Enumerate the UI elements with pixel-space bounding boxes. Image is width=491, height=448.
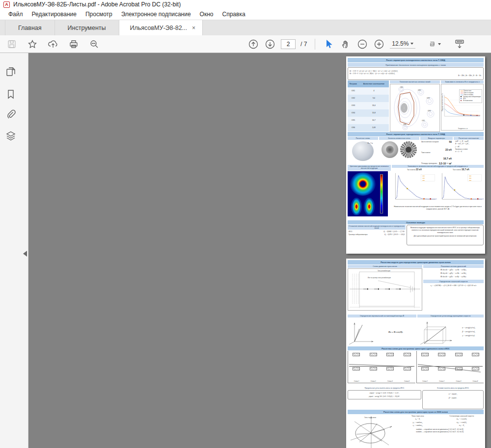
p1-subtitle: Приближение бесконечно тонкого кольцевог… [348, 63, 484, 67]
print-icon[interactable] [68, 38, 80, 50]
menu-edit[interactable]: Редактирование [27, 9, 81, 19]
menu-esign[interactable]: Электронное подписание [117, 9, 195, 19]
bz-charts-panel: Зависимость величины магнитной индукции … [392, 165, 484, 220]
random1-note: random₁ – случайное число из диапазона [… [396, 428, 484, 430]
table-row: ОХ510,7 [348, 117, 389, 124]
p1-toroidal-title: Расчет параметров тороидального магнитно… [348, 132, 484, 136]
next-page-icon[interactable] [264, 38, 276, 50]
p1-conclusions-title: Основные выводы [348, 220, 484, 225]
contour-plot [390, 84, 439, 132]
exit-condition-title: Условие вылета иона за пределы ИОС [422, 387, 484, 390]
select-tool-icon[interactable] [323, 38, 335, 50]
equations-panel: Решаемая система уравнений Mᵢ·dvx/dt = q… [423, 265, 484, 314]
p2-single-ion-title: Расчетная схема для построения траектори… [348, 346, 484, 351]
calc-scheme-panel: Расчетная схема R = 7 м [348, 137, 378, 164]
field-topology-panel: Топология магнитных силовых линий [390, 80, 440, 131]
chart-legend: Полное поле Поле от катушек Поле от плаз… [459, 89, 482, 103]
ion-beam-diagram: Зона рекомбинации Ион на границе зоны ре… [348, 268, 422, 311]
limit-angles-box: αпред = arctg( 3 / (5·4+3·10,4) ) = 3,15… [348, 390, 421, 399]
previous-page-icon[interactable] [247, 38, 259, 50]
exit-condition-box: α < αпред ,β < γпред . [422, 390, 484, 409]
tab-close-icon[interactable]: × [192, 25, 195, 31]
fit-width-dropdown[interactable] [429, 38, 441, 50]
p2-title: Расчетная модель для определения траекто… [348, 260, 484, 264]
mesh-image-2 [400, 141, 417, 158]
mesh-image-1 [382, 141, 398, 158]
toolbar-divider [315, 39, 315, 50]
tab-home[interactable]: Главная [5, 20, 55, 35]
bz-caption: Номинальное значение магнитной индукции … [392, 206, 484, 211]
page-number-input[interactable] [281, 39, 296, 49]
conclusion-text-box: Величина индукции тороидального магнитно… [407, 225, 484, 245]
ratio-panel: Отношение величин магнитной индукции пол… [348, 225, 406, 245]
fem-mesh-panel: Конечно-элементная сетка [379, 137, 419, 164]
start-zone-diagram: Зона старта ионов [348, 415, 395, 448]
page-display-menu-icon[interactable] [454, 38, 465, 50]
bz-component-panel: Определение вертикальной составляющей ве… [348, 315, 416, 346]
tab-document[interactable]: ИльясовМУ-Э8-82... × [119, 20, 203, 35]
tab-tools[interactable]: Инструменты [55, 20, 119, 35]
menu-file[interactable]: Файл [4, 9, 27, 19]
color-map-panel: Цветовая диаграмма распределения величин… [348, 165, 391, 220]
limit-angles-title: Предельные углы вылета иона за пределы И… [348, 387, 421, 390]
zoom-level-value: 12.5% [392, 40, 409, 47]
bz-chart-18ka [438, 171, 484, 203]
menu-bar: Файл Редактирование Просмотр Электронное… [0, 9, 491, 20]
menu-window[interactable]: Окно [195, 9, 218, 19]
save-icon[interactable] [6, 38, 18, 50]
table-row: ОХ62,43 [348, 124, 389, 132]
p1-title: Расчет параметров полоидального магнитно… [348, 58, 484, 62]
tab-document-label: ИльясовМУ-Э8-82... [130, 25, 187, 31]
left-sidebar [0, 53, 28, 448]
tab-bar: Главная Инструменты ИльясовМУ-Э8-82... × [0, 20, 491, 35]
table-row: ОХ29,4 [348, 95, 389, 102]
share-cloud-icon[interactable] [47, 38, 59, 50]
vector-axes-diagram [348, 319, 375, 344]
page-count-label: / 7 [300, 41, 307, 48]
attachments-icon[interactable] [5, 108, 17, 120]
velocity-angles-panel: Определение углов между проекциями скоро… [417, 315, 484, 346]
b-vs-z-chart-panel: Зависимость величины B от координаты z [441, 80, 484, 131]
induction-colormap-image [348, 171, 388, 216]
zoom-out-icon[interactable] [356, 38, 368, 50]
menu-help[interactable]: Справка [218, 9, 250, 19]
acrobat-logo-icon: A [3, 1, 10, 8]
relations-panel: Расчетные соотношения rotH̄ = j̄ , B̄ = … [454, 137, 484, 164]
chevron-down-icon [410, 43, 413, 45]
zoom-in-icon[interactable] [373, 38, 385, 50]
coil-aspect-table: КатушкаАспектное соотношение ОХ14 ОХ29,4… [348, 80, 389, 132]
p1-formula-box: B̄r = 2·10⁻⁷·I · z/(r·√((r+a)²+z²)) · [−… [348, 67, 484, 80]
hand-tool-icon[interactable] [340, 38, 352, 50]
star-icon[interactable] [27, 38, 38, 50]
window-title: ИльясовМУ-Э8-82Б-Листы.pdf - Adobe Acrob… [13, 1, 181, 8]
p2-beam-title: Расчетная схема для построения траектори… [348, 410, 484, 414]
page-thumbnails-icon[interactable] [5, 66, 17, 78]
pdf-page-1: Расчет параметров полоидального магнитно… [346, 56, 485, 254]
menu-view[interactable]: Просмотр [81, 9, 117, 19]
pdf-page-2: Расчетная модель для определения траекто… [346, 259, 485, 448]
bookmarks-icon[interactable] [5, 88, 17, 100]
table-row: ОХ313,4 [348, 102, 389, 109]
search-tools-icon[interactable] [88, 38, 100, 50]
toolbar: / 7 12.5% [0, 35, 491, 53]
collapse-panel-arrow-icon[interactable] [23, 251, 27, 257]
colorbar [380, 174, 383, 213]
zoom-level-dropdown[interactable]: 12.5% [390, 39, 415, 49]
input-parameters-panel: Вводные параметры Число витков в катушке… [420, 137, 453, 164]
document-canvas[interactable]: Расчет параметров полоидального магнитно… [28, 53, 491, 448]
start-point-column: Точка старта иона x₀ = 0,y₀ = random₁,z₀… [396, 415, 440, 428]
ion-beam-scheme-panel: Схема движения пучка ионов Зона рекомбин… [348, 265, 422, 314]
table-row: ОХ14 [348, 87, 389, 95]
layers-icon[interactable] [5, 130, 17, 142]
initial-velocity-column: Составляющие начальной скорости vx₀ = v·… [440, 415, 484, 428]
initial-velocity-formula: v₀ = √(3kT/Mᵢ) = √(3·1,38·10⁻²³·300 / 1,… [423, 284, 484, 288]
bz-chart-22ka [392, 171, 437, 203]
random2-note: random₂ – случайное число из диапазона [… [396, 431, 484, 433]
velocity-box-diagram [417, 319, 454, 344]
grid-diagram-right: Сетка 1Сетка 2 Сетка 3Сетка 4 [416, 351, 484, 383]
grid-diagram-left: Сетка 1Сетка 2 Сетка 3Сетка 4 [348, 351, 415, 383]
window-titlebar: A ИльясовМУ-Э8-82Б-Листы.pdf - Adobe Acr… [0, 0, 491, 9]
torus-scheme-image: R = 7 м [352, 141, 374, 161]
table-row: ОХ415,8 [348, 109, 389, 117]
